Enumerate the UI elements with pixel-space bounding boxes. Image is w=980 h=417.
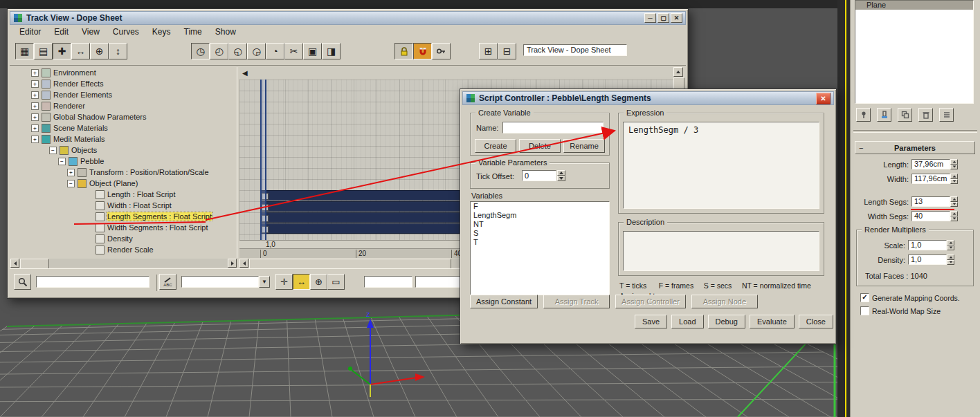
- parameters-rollout-header[interactable]: − Parameters: [855, 141, 975, 154]
- tree-toggle-icon[interactable]: −: [49, 147, 57, 154]
- tree-item[interactable]: + Renderer: [10, 100, 237, 111]
- combo-dropdown-icon[interactable]: ▼: [259, 276, 270, 288]
- assign-controller-button[interactable]: Assign Controller: [615, 295, 686, 308]
- dialog-titlebar[interactable]: Script Controller : Pebble\Length Segmen…: [462, 91, 834, 105]
- rename-button[interactable]: Rename: [563, 139, 605, 153]
- tree-item[interactable]: + Transform : Position/Rotation/Scale: [10, 167, 237, 178]
- debug-button[interactable]: Debug: [708, 315, 745, 328]
- configure-modifier-sets-icon[interactable]: [939, 108, 954, 122]
- tree-toggle-icon[interactable]: +: [31, 69, 39, 77]
- maximize-button[interactable]: ▢: [657, 13, 669, 23]
- generate-mapping-coords-checkbox[interactable]: ✓: [860, 293, 869, 302]
- current-time-indicator[interactable]: [260, 80, 266, 240]
- edit-ranges-icon[interactable]: ▤: [34, 43, 53, 59]
- remove-modifier-icon[interactable]: [918, 108, 933, 122]
- modify-subtree-icon[interactable]: ⊞: [479, 43, 498, 59]
- expression-input[interactable]: LengthSegm / 3: [623, 122, 819, 209]
- scale-keys-icon[interactable]: ↕: [109, 43, 127, 59]
- modifier-stack-list[interactable]: Plane: [855, 0, 974, 104]
- menu-item[interactable]: Show: [215, 27, 236, 37]
- variable-name-input[interactable]: [502, 122, 604, 133]
- zoom-selected-object-icon[interactable]: [14, 274, 31, 290]
- tree-item[interactable]: + Scene Materials: [10, 122, 237, 133]
- add-keys-icon[interactable]: ⊕: [90, 43, 109, 59]
- width-segs-field[interactable]: 40: [911, 211, 950, 221]
- make-unique-icon[interactable]: [898, 108, 912, 122]
- tree-item[interactable]: + Medit Materials: [10, 133, 237, 145]
- variable-item[interactable]: T: [471, 238, 609, 247]
- create-button[interactable]: Create: [475, 139, 516, 153]
- menu-item[interactable]: Editor: [19, 27, 41, 37]
- tree-item[interactable]: − Objects: [10, 145, 237, 156]
- insert-time-icon[interactable]: ◔: [266, 43, 284, 59]
- delete-button[interactable]: Delete: [519, 139, 561, 153]
- paste-time-icon[interactable]: ◨: [322, 43, 341, 59]
- variable-item[interactable]: NT: [471, 220, 609, 229]
- spinner[interactable]: [950, 174, 958, 184]
- width-field[interactable]: 117,96cm: [911, 174, 950, 184]
- spinner[interactable]: [950, 211, 958, 221]
- variable-item[interactable]: LengthSegm: [471, 211, 609, 220]
- tree-toggle-icon[interactable]: −: [58, 158, 66, 165]
- scale-time-icon[interactable]: ◶: [247, 43, 266, 59]
- load-button[interactable]: Load: [671, 315, 703, 328]
- spinner[interactable]: [950, 196, 958, 207]
- pin-stack-icon[interactable]: [856, 108, 871, 122]
- track-set-combo[interactable]: [181, 276, 259, 288]
- tree-item[interactable]: Width Segments : Float Script: [10, 222, 237, 233]
- tree-toggle-icon[interactable]: +: [31, 136, 39, 143]
- show-end-result-icon[interactable]: [877, 108, 891, 122]
- tree-item[interactable]: Render Scale: [10, 244, 237, 255]
- trackview-titlebar[interactable]: Track View - Dope Sheet ─ ▢ ✕: [10, 11, 686, 25]
- assign-track-button[interactable]: Assign Track: [543, 295, 610, 308]
- name-filter-field[interactable]: [36, 276, 149, 288]
- tree-toggle-icon[interactable]: −: [67, 180, 75, 187]
- spinner-down-icon[interactable]: [557, 176, 565, 181]
- edit-keys-icon[interactable]: ▦: [15, 43, 34, 59]
- key-properties-icon[interactable]: [432, 43, 451, 59]
- tree-horizontal-scrollbar[interactable]: [10, 259, 237, 268]
- tree-item[interactable]: − Pebble: [10, 156, 237, 167]
- scale-field[interactable]: 1,0: [908, 240, 947, 250]
- spinner[interactable]: [947, 254, 954, 265]
- scroll-left-icon[interactable]: [10, 259, 19, 268]
- variable-item[interactable]: F: [471, 202, 609, 211]
- tree-toggle-icon[interactable]: +: [31, 113, 39, 121]
- edit-track-set-icon[interactable]: ABC: [159, 274, 176, 290]
- spinner[interactable]: [950, 159, 958, 169]
- zoom-horizontal-extents-icon[interactable]: ↔: [293, 274, 310, 290]
- tree-toggle-icon[interactable]: +: [67, 169, 75, 176]
- spinner[interactable]: [947, 240, 954, 250]
- cut-time-icon[interactable]: ✂: [284, 43, 303, 59]
- scroll-left-marker-icon[interactable]: ◀: [242, 69, 248, 77]
- scroll-right-icon[interactable]: [228, 259, 237, 268]
- menu-item[interactable]: View: [82, 27, 100, 37]
- copy-time-icon[interactable]: ▣: [303, 43, 322, 59]
- tree-item[interactable]: Density: [10, 233, 237, 244]
- modify-child-keys-icon[interactable]: ⊟: [498, 43, 516, 59]
- tree-item[interactable]: + Render Effects: [10, 78, 237, 89]
- menu-item[interactable]: Edit: [54, 27, 69, 37]
- slide-keys-icon[interactable]: ↔: [71, 43, 90, 59]
- tree-item[interactable]: + Environment: [10, 67, 237, 78]
- tree-toggle-icon[interactable]: +: [31, 80, 39, 88]
- tick-offset-input[interactable]: 0: [522, 170, 556, 181]
- description-input[interactable]: [623, 231, 819, 271]
- dialog-close-button[interactable]: ✕: [816, 93, 831, 104]
- tick-offset-spinner[interactable]: [557, 170, 565, 181]
- pan-icon[interactable]: ✛: [275, 274, 293, 290]
- tree-item[interactable]: + Global Shadow Parameters: [10, 111, 237, 122]
- scroll-up-icon[interactable]: [673, 67, 683, 77]
- zoom-icon[interactable]: ⊕: [310, 274, 327, 290]
- assign-node-button[interactable]: Assign Node: [691, 295, 758, 308]
- length-field[interactable]: 37,96cm: [911, 159, 950, 169]
- menu-item[interactable]: Time: [184, 27, 202, 37]
- move-keys-icon[interactable]: ✚: [53, 43, 71, 59]
- select-time-icon[interactable]: ◴: [210, 43, 228, 59]
- close-button[interactable]: ✕: [671, 13, 682, 23]
- snap-frames-icon[interactable]: [413, 43, 432, 59]
- scrollbar-thumb[interactable]: [20, 259, 49, 269]
- tree-item[interactable]: + Render Elements: [10, 89, 237, 100]
- stack-item-plane[interactable]: Plane: [855, 1, 973, 10]
- zoom-region-icon[interactable]: ▭: [327, 274, 345, 290]
